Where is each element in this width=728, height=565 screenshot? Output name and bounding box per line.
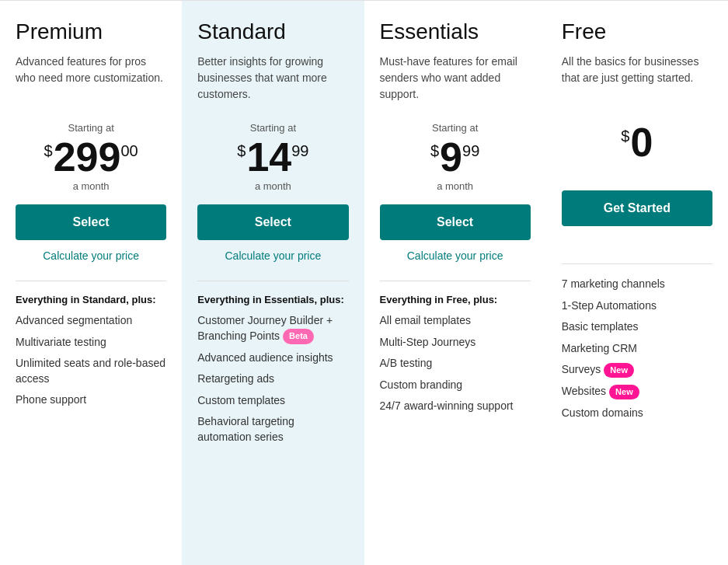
divider-standard: [197, 281, 348, 281]
select-button-premium[interactable]: Select: [16, 204, 166, 240]
price-dollar-free: $: [621, 128, 629, 144]
price-main-premium: 299: [54, 137, 121, 177]
feature-item-essentials-3: Custom branding: [380, 378, 531, 393]
plan-name-essentials: Essentials: [380, 19, 531, 44]
plan-name-standard: Standard: [197, 19, 348, 44]
feature-item-standard-3: Custom templates: [197, 393, 348, 409]
features-header-essentials: Everything in Free, plus:: [380, 294, 531, 305]
plan-col-free: FreeAll the basics for businesses that a…: [546, 0, 728, 565]
calculate-link-essentials[interactable]: Calculate your price: [380, 249, 531, 262]
price-dollar-standard: $: [237, 143, 246, 159]
pricing-section-premium: Starting at$29900a month: [16, 122, 166, 192]
select-button-free[interactable]: Get Started: [562, 190, 712, 226]
price-display-premium: $29900: [16, 137, 166, 177]
price-main-essentials: 9: [440, 137, 462, 177]
plan-name-free: Free: [562, 19, 712, 44]
price-period-standard: a month: [197, 180, 348, 192]
calculate-link-standard[interactable]: Calculate your price: [197, 249, 348, 262]
feature-item-premium-0: Advanced segmentation: [16, 313, 166, 329]
divider-essentials: [380, 281, 531, 281]
calculate-link-premium[interactable]: Calculate your price: [16, 249, 166, 262]
select-button-standard[interactable]: Select: [197, 204, 348, 240]
feature-item-standard-1: Advanced audience insights: [197, 351, 348, 366]
divider-premium: [16, 281, 166, 281]
feature-item-free-4: SurveysNew: [562, 362, 712, 378]
price-display-standard: $1499: [197, 137, 348, 177]
feature-item-free-3: Marketing CRM: [562, 341, 712, 357]
price-dollar-premium: $: [44, 143, 53, 159]
feature-item-premium-3: Phone support: [16, 392, 166, 408]
feature-item-essentials-2: A/B testing: [380, 356, 531, 371]
badge-beta-standard-0: Beta: [283, 329, 314, 344]
badge-new-free-4: New: [604, 363, 634, 378]
feature-item-premium-2: Unlimited seats and role-based access: [16, 356, 166, 386]
feature-item-standard-2: Retargeting ads: [197, 371, 348, 387]
feature-item-essentials-4: 24/7 award-winning support: [380, 399, 531, 414]
pricing-section-essentials: Starting at$999a month: [380, 122, 531, 192]
divider-free: [562, 263, 712, 264]
price-cents-standard: 99: [291, 143, 308, 159]
price-display-free: $0: [562, 122, 712, 162]
plan-description-essentials: Must-have features for email senders who…: [380, 54, 531, 110]
price-main-free: 0: [630, 122, 653, 162]
feature-item-essentials-0: All email templates: [380, 313, 531, 329]
feature-item-free-5: WebsitesNew: [562, 384, 712, 399]
feature-item-free-6: Custom domains: [562, 406, 712, 421]
price-dollar-essentials: $: [430, 143, 439, 159]
pricing-section-standard: Starting at$1499a month: [197, 122, 348, 192]
feature-item-premium-1: Multivariate testing: [16, 335, 166, 351]
plan-col-premium: PremiumAdvanced features for pros who ne…: [0, 0, 182, 565]
price-period-premium: a month: [16, 180, 166, 192]
pricing-section-free: $0: [562, 122, 712, 178]
feature-item-free-2: Basic templates: [562, 319, 712, 335]
price-main-standard: 14: [246, 137, 291, 177]
feature-item-free-0: 7 marketing channels: [562, 277, 712, 292]
price-cents-essentials: 99: [462, 143, 479, 159]
plan-description-free: All the basics for businesses that are j…: [562, 54, 712, 110]
features-header-standard: Everything in Essentials, plus:: [197, 294, 348, 305]
features-header-premium: Everything in Standard, plus:: [16, 294, 166, 305]
starting-at-essentials: Starting at: [380, 122, 531, 134]
plan-col-standard: StandardBetter insights for growing busi…: [182, 0, 364, 565]
badge-new-free-5: New: [609, 385, 639, 399]
starting-at-standard: Starting at: [197, 122, 348, 134]
price-display-essentials: $999: [380, 137, 531, 177]
feature-item-essentials-1: Multi-Step Journeys: [380, 335, 531, 351]
feature-item-free-1: 1-Step Automations: [562, 298, 712, 314]
pricing-grid: PremiumAdvanced features for pros who ne…: [0, 0, 728, 565]
select-button-essentials[interactable]: Select: [380, 204, 531, 240]
feature-item-standard-0: Customer Journey Builder + Branching Poi…: [197, 313, 348, 344]
plan-name-premium: Premium: [16, 19, 166, 44]
plan-description-premium: Advanced features for pros who need more…: [16, 54, 166, 110]
feature-item-standard-4: Behavioral targeting automation series: [197, 414, 348, 445]
plan-col-essentials: EssentialsMust-have features for email s…: [364, 0, 546, 565]
price-cents-premium: 00: [120, 143, 138, 159]
price-period-essentials: a month: [380, 180, 531, 192]
plan-description-standard: Better insights for growing businesses t…: [197, 54, 348, 110]
starting-at-premium: Starting at: [16, 122, 166, 134]
